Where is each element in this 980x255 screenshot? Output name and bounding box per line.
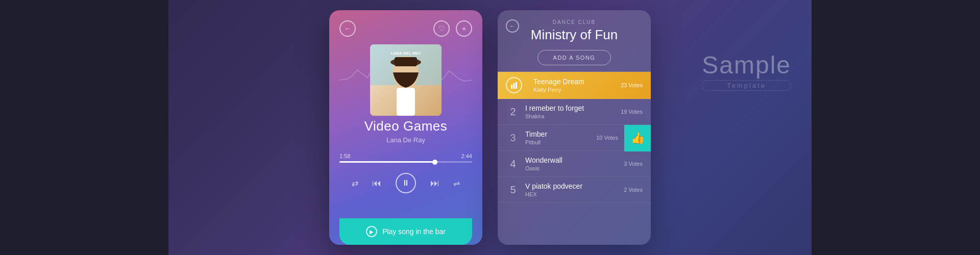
- vote-count-4: 3 Votes: [624, 161, 643, 167]
- song-artist-3: Pitbull: [525, 139, 596, 145]
- sample-label: Sample Template: [702, 51, 791, 91]
- thumbs-up-button[interactable]: 👍: [624, 125, 651, 151]
- song-title: Video Games: [364, 118, 448, 134]
- left-panel: [0, 0, 168, 255]
- vote-count-3: 10 Votes: [596, 135, 618, 141]
- svg-rect-8: [513, 83, 515, 89]
- song-item-2[interactable]: 2 I remeber to forget Shakira 19 Votes: [498, 99, 651, 125]
- time-total: 2:44: [461, 153, 472, 159]
- progress-dot: [432, 160, 437, 165]
- forward-button[interactable]: ⏭: [430, 178, 439, 189]
- player-card: ← ♡ +: [329, 10, 482, 245]
- progress-fill: [339, 161, 435, 163]
- song-item-5[interactable]: 5 V piatok podvecer HEX 2 Votes: [498, 177, 651, 203]
- rank-icon-1: [506, 77, 522, 93]
- play-pause-button[interactable]: ⏸: [396, 173, 416, 193]
- thumbs-up-icon: 👍: [631, 132, 645, 145]
- vote-count-5: 2 Votes: [624, 187, 643, 193]
- vote-count-2: 19 Votes: [621, 109, 643, 115]
- player-add-button[interactable]: +: [456, 20, 472, 37]
- club-card: ← DANCE CLUB Ministry of Fun ADD A SONG: [498, 10, 651, 245]
- song-artist-2: Shakira: [525, 113, 621, 119]
- song-title-2: I remeber to forget: [525, 104, 621, 112]
- song-item-3[interactable]: 3 Timber Pitbull 10 Votes 👍: [498, 125, 651, 151]
- song-info-5: V piatok podvecer HEX: [525, 182, 624, 197]
- add-song-button[interactable]: ADD A SONG: [537, 50, 611, 65]
- song-artist-5: HEX: [525, 191, 624, 197]
- club-header: ← DANCE CLUB Ministry of Fun ADD A SONG: [498, 10, 651, 72]
- song-title-3: Timber: [525, 130, 596, 138]
- right-panel: [812, 0, 980, 255]
- player-heart-button[interactable]: ♡: [433, 20, 450, 37]
- bar-chart-icon: [510, 82, 518, 89]
- repeat-button[interactable]: ⇄: [352, 178, 358, 188]
- album-art: LANA DEL REY: [370, 44, 442, 116]
- svg-rect-9: [516, 82, 517, 89]
- time-labels: 1:58 2:44: [339, 153, 472, 159]
- song-item-1[interactable]: Teenage Dream Katty Perry 23 Votes: [498, 72, 651, 99]
- play-circle-icon: ▶: [366, 226, 377, 237]
- main-content: ← ♡ +: [329, 10, 651, 245]
- rank-number-2: 2: [506, 106, 520, 118]
- album-art-section: LANA DEL REY: [339, 42, 472, 118]
- song-artist-4: Oasis: [525, 165, 624, 171]
- rank-number-5: 5: [506, 184, 520, 196]
- time-current: 1:58: [339, 153, 350, 159]
- song-info-3: Timber Pitbull: [525, 130, 596, 145]
- progress-bar[interactable]: [339, 161, 472, 163]
- rank-number-4: 4: [506, 158, 520, 170]
- play-song-bar-button[interactable]: ▶ Play song in the bar: [339, 218, 472, 245]
- song-item-4[interactable]: 4 Wonderwall Oasis 3 Votes: [498, 151, 651, 177]
- time-bar: 1:58 2:44: [339, 153, 472, 163]
- song-artist-1: Katty Perry: [533, 87, 621, 93]
- song-list: Teenage Dream Katty Perry 23 Votes 2 I r…: [498, 72, 651, 245]
- sample-title: Sample: [702, 51, 791, 79]
- song-title-5: V piatok podvecer: [525, 182, 624, 190]
- vote-count-1: 23 Votes: [621, 82, 643, 88]
- song-artist: Lana De Ray: [386, 136, 425, 144]
- rank-number-3: 3: [506, 132, 520, 144]
- rewind-button[interactable]: ⏮: [372, 178, 381, 189]
- song-info-4: Wonderwall Oasis: [525, 156, 624, 171]
- play-song-bar-label: Play song in the bar: [382, 227, 446, 236]
- template-subtitle: Template: [702, 80, 791, 91]
- page-wrapper: ← ♡ +: [0, 0, 980, 255]
- svg-rect-4: [395, 57, 417, 66]
- player-top-bar: ← ♡ +: [339, 20, 472, 37]
- svg-rect-7: [511, 85, 512, 89]
- club-name: Ministry of Fun: [531, 27, 618, 43]
- svg-rect-5: [397, 88, 415, 116]
- svg-text:LANA DEL REY: LANA DEL REY: [391, 51, 421, 56]
- song-info-2: I remeber to forget Shakira: [525, 104, 621, 119]
- player-back-button[interactable]: ←: [339, 20, 356, 37]
- song-title-1: Teenage Dream: [533, 78, 621, 86]
- club-back-button[interactable]: ←: [506, 19, 519, 33]
- playback-controls: ⇄ ⏮ ⏸ ⏭ ⇌: [339, 166, 472, 200]
- song-info-1: Teenage Dream Katty Perry: [533, 78, 621, 93]
- club-category-label: DANCE CLUB: [553, 19, 596, 25]
- song-title-4: Wonderwall: [525, 156, 624, 164]
- shuffle-button[interactable]: ⇌: [453, 178, 460, 188]
